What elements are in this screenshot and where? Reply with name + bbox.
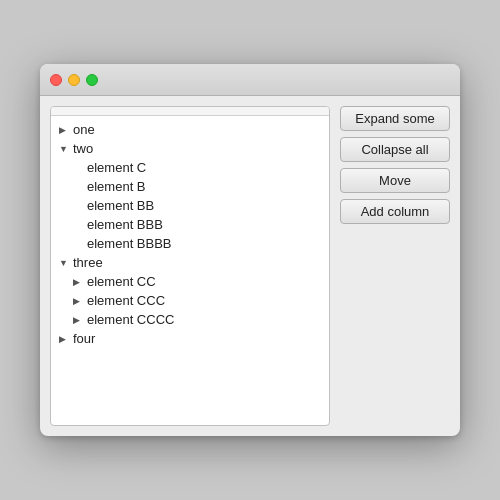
tree-row-element-cc[interactable]: ▶element CC <box>51 272 329 291</box>
tree-label-one: one <box>73 122 95 137</box>
maximize-button[interactable] <box>86 74 98 86</box>
tree-row-element-c[interactable]: element C <box>51 158 329 177</box>
tree-row-element-cccc[interactable]: ▶element CCCC <box>51 310 329 329</box>
tree-row-one[interactable]: ▶one <box>51 120 329 139</box>
tree-row-element-b[interactable]: element B <box>51 177 329 196</box>
tree-label-two: two <box>73 141 93 156</box>
collapse-all-button[interactable]: Collapse all <box>340 137 450 162</box>
move-button[interactable]: Move <box>340 168 450 193</box>
traffic-lights <box>50 74 98 86</box>
tree-row-three[interactable]: ▼three <box>51 253 329 272</box>
tree-arrow-element-cccc: ▶ <box>73 314 85 326</box>
tree-label-four: four <box>73 331 95 346</box>
buttons-panel: Expand someCollapse allMoveAdd column <box>340 106 450 426</box>
tree-label-element-bb: element BB <box>87 198 154 213</box>
tree-arrow-four: ▶ <box>59 333 71 345</box>
main-window: ▶one▼twoelement Celement Belement BBelem… <box>40 64 460 436</box>
tree-row-two[interactable]: ▼two <box>51 139 329 158</box>
tree-label-element-cccc: element CCCC <box>87 312 174 327</box>
tree-panel[interactable]: ▶one▼twoelement Celement Belement BBelem… <box>50 106 330 426</box>
tree-row-element-bb[interactable]: element BB <box>51 196 329 215</box>
tree-label-three: three <box>73 255 103 270</box>
window-content: ▶one▼twoelement Celement Belement BBelem… <box>40 96 460 436</box>
tree-label-element-bbbb: element BBBB <box>87 236 172 251</box>
add-column-button[interactable]: Add column <box>340 199 450 224</box>
expand-some-button[interactable]: Expand some <box>340 106 450 131</box>
title-bar <box>40 64 460 96</box>
tree-arrow-element-cc: ▶ <box>73 276 85 288</box>
tree-arrow-three: ▼ <box>59 257 71 269</box>
tree-label-element-bbb: element BBB <box>87 217 163 232</box>
tree-arrow-element-ccc: ▶ <box>73 295 85 307</box>
tree-body: ▶one▼twoelement Celement Belement BBelem… <box>51 116 329 352</box>
tree-row-element-bbb[interactable]: element BBB <box>51 215 329 234</box>
tree-arrow-one: ▶ <box>59 124 71 136</box>
minimize-button[interactable] <box>68 74 80 86</box>
tree-row-element-ccc[interactable]: ▶element CCC <box>51 291 329 310</box>
tree-row-four[interactable]: ▶four <box>51 329 329 348</box>
tree-label-element-ccc: element CCC <box>87 293 165 308</box>
tree-label-element-cc: element CC <box>87 274 156 289</box>
tree-label-element-b: element B <box>87 179 146 194</box>
tree-header <box>51 107 329 116</box>
close-button[interactable] <box>50 74 62 86</box>
tree-row-element-bbbb[interactable]: element BBBB <box>51 234 329 253</box>
tree-arrow-two: ▼ <box>59 143 71 155</box>
tree-label-element-c: element C <box>87 160 146 175</box>
